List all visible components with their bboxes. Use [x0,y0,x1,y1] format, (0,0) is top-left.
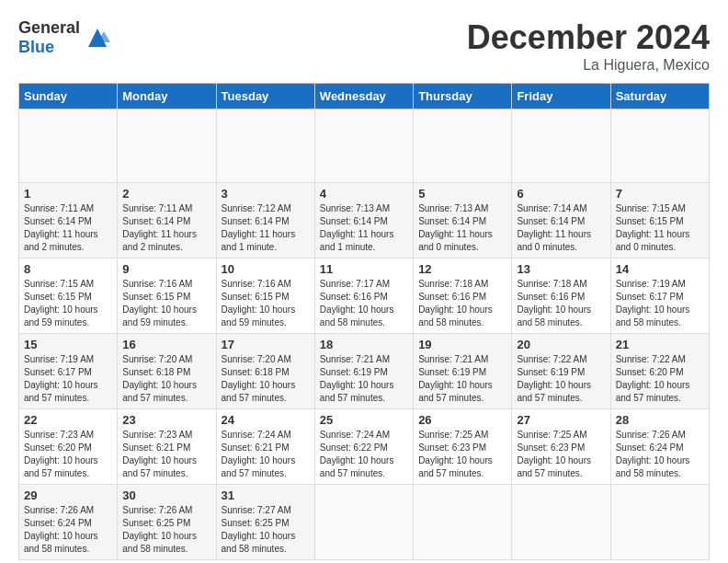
table-row [610,109,709,183]
day-number: 10 [222,262,310,276]
day-info: Sunrise: 7:24 AMSunset: 6:22 PMDaylight:… [320,429,408,480]
table-row: 16Sunrise: 7:20 AMSunset: 6:18 PMDayligh… [118,334,216,409]
logo-text: General Blue [18,18,80,57]
day-number: 14 [616,262,704,276]
day-info: Sunrise: 7:19 AMSunset: 6:17 PMDaylight:… [24,353,112,405]
day-number: 25 [320,413,408,427]
day-info: Sunrise: 7:16 AMSunset: 6:15 PMDaylight:… [222,278,310,329]
table-row: 13Sunrise: 7:18 AMSunset: 6:16 PMDayligh… [512,259,610,334]
table-row: 8Sunrise: 7:15 AMSunset: 6:15 PMDaylight… [19,259,118,334]
table-row: 15Sunrise: 7:19 AMSunset: 6:17 PMDayligh… [19,334,118,409]
day-info: Sunrise: 7:26 AMSunset: 6:25 PMDaylight:… [122,504,210,556]
table-row: 18Sunrise: 7:21 AMSunset: 6:19 PMDayligh… [314,334,413,409]
logo-general: General [18,18,80,37]
table-row: 2Sunrise: 7:11 AMSunset: 6:14 PMDaylight… [118,183,216,259]
day-info: Sunrise: 7:14 AMSunset: 6:14 PMDaylight:… [517,202,605,254]
day-number: 21 [616,338,704,351]
day-info: Sunrise: 7:18 AMSunset: 6:16 PMDaylight:… [418,278,506,329]
col-monday: Monday [118,84,216,109]
table-row: 12Sunrise: 7:18 AMSunset: 6:16 PMDayligh… [414,259,512,334]
table-row [512,109,610,183]
day-number: 29 [24,488,112,502]
day-number: 8 [24,262,112,276]
calendar-week-row: 22Sunrise: 7:23 AMSunset: 6:20 PMDayligh… [19,409,710,485]
day-info: Sunrise: 7:24 AMSunset: 6:21 PMDaylight:… [222,429,310,480]
day-number: 22 [24,413,112,427]
day-info: Sunrise: 7:25 AMSunset: 6:23 PMDaylight:… [418,429,506,480]
table-row: 6Sunrise: 7:14 AMSunset: 6:14 PMDaylight… [512,183,610,259]
table-row: 9Sunrise: 7:16 AMSunset: 6:15 PMDaylight… [118,259,216,334]
day-info: Sunrise: 7:26 AMSunset: 6:24 PMDaylight:… [24,504,112,556]
table-row: 23Sunrise: 7:23 AMSunset: 6:21 PMDayligh… [118,409,216,485]
day-info: Sunrise: 7:11 AMSunset: 6:14 PMDaylight:… [24,202,112,254]
col-saturday: Saturday [610,84,709,109]
table-row [512,485,610,560]
day-number: 2 [122,187,210,201]
location-title: La Higuera, Mexico [467,57,710,74]
day-number: 17 [222,338,310,351]
day-info: Sunrise: 7:15 AMSunset: 6:15 PMDaylight:… [24,278,112,329]
day-number: 13 [517,262,605,276]
col-wednesday: Wednesday [314,84,413,109]
calendar-week-row: 1Sunrise: 7:11 AMSunset: 6:14 PMDaylight… [19,183,710,259]
logo-icon [84,24,111,52]
table-row: 29Sunrise: 7:26 AMSunset: 6:24 PMDayligh… [19,485,118,560]
table-row: 14Sunrise: 7:19 AMSunset: 6:17 PMDayligh… [610,259,709,334]
table-row: 31Sunrise: 7:27 AMSunset: 6:25 PMDayligh… [216,485,314,560]
day-number: 9 [122,262,210,276]
table-row: 11Sunrise: 7:17 AMSunset: 6:16 PMDayligh… [314,259,413,334]
table-row: 1Sunrise: 7:11 AMSunset: 6:14 PMDaylight… [19,183,118,259]
day-number: 4 [320,187,408,201]
page-header: General Blue December 2024 La Higuera, M… [18,18,710,74]
day-info: Sunrise: 7:21 AMSunset: 6:19 PMDaylight:… [418,353,506,405]
day-number: 19 [418,338,506,351]
day-info: Sunrise: 7:17 AMSunset: 6:16 PMDaylight:… [320,278,408,329]
day-number: 11 [320,262,408,276]
day-number: 6 [517,187,605,201]
table-row: 5Sunrise: 7:13 AMSunset: 6:14 PMDaylight… [414,183,512,259]
table-row: 10Sunrise: 7:16 AMSunset: 6:15 PMDayligh… [216,259,314,334]
table-row: 24Sunrise: 7:24 AMSunset: 6:21 PMDayligh… [216,409,314,485]
day-number: 20 [517,338,605,351]
table-row [118,109,216,183]
day-info: Sunrise: 7:13 AMSunset: 6:14 PMDaylight:… [418,202,506,254]
day-info: Sunrise: 7:19 AMSunset: 6:17 PMDaylight:… [616,278,704,329]
table-row [414,485,512,560]
table-row [610,485,709,560]
day-info: Sunrise: 7:15 AMSunset: 6:15 PMDaylight:… [616,202,704,254]
day-info: Sunrise: 7:11 AMSunset: 6:14 PMDaylight:… [122,202,210,254]
table-row: 22Sunrise: 7:23 AMSunset: 6:20 PMDayligh… [19,409,118,485]
day-number: 31 [222,488,310,502]
calendar-table: Sunday Monday Tuesday Wednesday Thursday… [18,83,710,560]
title-block: December 2024 La Higuera, Mexico [467,18,710,74]
day-number: 24 [222,413,310,427]
day-number: 1 [24,187,112,201]
calendar-week-row: 15Sunrise: 7:19 AMSunset: 6:17 PMDayligh… [19,334,710,409]
day-number: 12 [418,262,506,276]
day-info: Sunrise: 7:22 AMSunset: 6:20 PMDaylight:… [616,353,704,405]
col-thursday: Thursday [414,84,512,109]
calendar-header-row: Sunday Monday Tuesday Wednesday Thursday… [19,84,710,109]
day-number: 5 [418,187,506,201]
table-row: 20Sunrise: 7:22 AMSunset: 6:19 PMDayligh… [512,334,610,409]
table-row: 30Sunrise: 7:26 AMSunset: 6:25 PMDayligh… [118,485,216,560]
day-info: Sunrise: 7:20 AMSunset: 6:18 PMDaylight:… [122,353,210,405]
day-number: 30 [122,488,210,502]
day-number: 15 [24,338,112,351]
col-sunday: Sunday [19,84,118,109]
col-friday: Friday [512,84,610,109]
logo: General Blue [18,18,111,57]
day-number: 26 [418,413,506,427]
table-row [414,109,512,183]
day-number: 7 [616,187,704,201]
day-number: 28 [616,413,704,427]
day-info: Sunrise: 7:13 AMSunset: 6:14 PMDaylight:… [320,202,408,254]
col-tuesday: Tuesday [216,84,314,109]
day-info: Sunrise: 7:16 AMSunset: 6:15 PMDaylight:… [122,278,210,329]
day-info: Sunrise: 7:12 AMSunset: 6:14 PMDaylight:… [222,202,310,254]
table-row: 21Sunrise: 7:22 AMSunset: 6:20 PMDayligh… [610,334,709,409]
table-row: 26Sunrise: 7:25 AMSunset: 6:23 PMDayligh… [414,409,512,485]
table-row [19,109,118,183]
logo-blue: Blue [18,38,54,56]
table-row: 25Sunrise: 7:24 AMSunset: 6:22 PMDayligh… [314,409,413,485]
